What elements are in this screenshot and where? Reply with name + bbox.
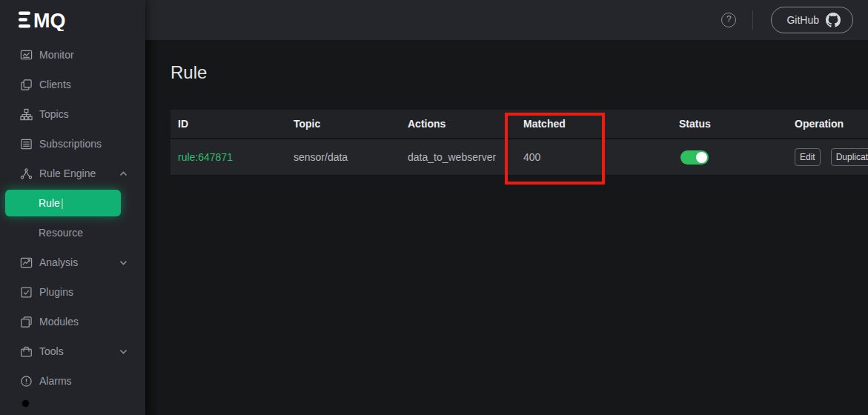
topbar: ? GitHub (145, 0, 868, 40)
sidebar-item-plugins[interactable]: Plugins (0, 277, 145, 307)
sidebar-item-clients[interactable]: Clients (0, 70, 145, 99)
sidebar-item-rule-engine[interactable]: Rule Engine (0, 159, 145, 188)
github-button-label: GitHub (786, 14, 819, 26)
edit-button[interactable]: Edit (795, 148, 821, 166)
rule-engine-icon (19, 167, 33, 180)
alarm-icon (19, 374, 33, 388)
sidebar-item-label: Clients (39, 79, 71, 90)
page-title: Rule (170, 62, 207, 83)
sidebar-nav: Monitor Clients Topics Subscriptions Rul (0, 40, 145, 415)
topbar-divider (752, 10, 753, 30)
clients-icon (19, 78, 33, 91)
logo-text: MQ (33, 10, 66, 31)
sidebar-item-analysis[interactable]: Analysis (0, 248, 145, 277)
help-icon[interactable]: ? (721, 13, 736, 27)
sidebar: MQ Monitor Clients Topics Subscri (0, 0, 145, 415)
rule-id-link[interactable]: rule:647871 (178, 151, 233, 163)
tools-icon (19, 345, 33, 358)
modules-icon (19, 315, 33, 328)
sidebar-item-tools[interactable]: Tools (0, 336, 145, 366)
column-header-actions: Actions (400, 118, 516, 130)
sidebar-item-modules[interactable]: Modules (0, 307, 145, 336)
chevron-up-icon (119, 171, 127, 176)
sidebar-item-label: Modules (39, 316, 79, 328)
analysis-icon (19, 256, 33, 269)
column-header-operation: Operation (787, 118, 868, 130)
sidebar-item-label: Plugins (39, 286, 73, 298)
monitor-icon (19, 48, 33, 62)
table-header-row: ID Topic Actions Matched Status Operatio… (170, 110, 868, 139)
github-button[interactable]: GitHub (771, 7, 853, 33)
sidebar-item-label: Analysis (39, 256, 78, 268)
emq-logo: MQ (0, 0, 145, 40)
rule-actions-cell: data_to_webserver (400, 151, 516, 163)
sidebar-item-monitor[interactable]: Monitor (0, 40, 145, 70)
sidebar-item-label: Tools (39, 345, 64, 357)
column-header-matched: Matched (516, 118, 672, 130)
sidebar-item-label: Topics (39, 108, 69, 120)
sidebar-item-label: Rule (39, 197, 60, 209)
emq-logo-icon: MQ (19, 9, 79, 31)
sidebar-item-label: Subscriptions (39, 138, 102, 150)
rule-matched-cell: 400 (516, 151, 672, 163)
sidebar-item-rule[interactable]: Rule| (5, 190, 121, 216)
plugins-icon (19, 285, 33, 299)
sidebar-item-label: Resource (39, 227, 83, 239)
sidebar-item-partial[interactable] (0, 396, 145, 415)
subscriptions-icon (19, 137, 33, 150)
duplicate-button[interactable]: Duplicate (831, 148, 868, 166)
topics-icon (19, 107, 33, 121)
status-toggle-knob (696, 152, 707, 163)
gear-icon (19, 397, 32, 413)
table-row: rule:647871 sensor/data data_to_webserve… (170, 139, 868, 176)
chevron-down-icon (119, 260, 127, 265)
sidebar-item-label: Rule Engine (39, 167, 96, 179)
text-cursor: | (62, 197, 63, 209)
chevron-down-icon (119, 349, 127, 354)
sidebar-item-topics[interactable]: Topics (0, 99, 145, 129)
rule-table: ID Topic Actions Matched Status Operatio… (170, 110, 868, 176)
rule-id-cell: rule:647871 (170, 151, 286, 163)
rule-topic-cell: sensor/data (286, 151, 400, 163)
column-header-status: Status (672, 118, 787, 130)
sidebar-item-label: Monitor (39, 49, 74, 61)
status-toggle[interactable] (680, 150, 709, 165)
rule-operation-cell: Edit Duplicate (787, 148, 868, 166)
github-icon (826, 13, 841, 27)
column-header-topic: Topic (286, 118, 400, 130)
main-content: Rule ID Topic Actions Matched Status Ope… (145, 40, 868, 415)
sidebar-item-alarms[interactable]: Alarms (0, 366, 145, 396)
sidebar-item-resource[interactable]: Resource (0, 218, 145, 248)
sidebar-item-label: Alarms (39, 375, 72, 387)
rule-status-cell (672, 150, 787, 165)
sidebar-item-subscriptions[interactable]: Subscriptions (0, 129, 145, 159)
column-header-id: ID (170, 118, 286, 130)
